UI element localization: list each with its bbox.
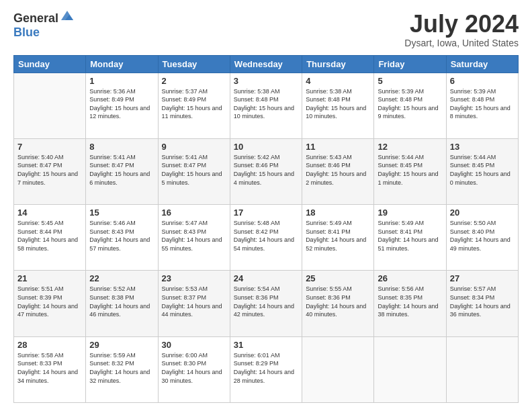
day-number: 2	[162, 76, 226, 86]
header-monday: Monday	[86, 55, 158, 73]
subtitle: Dysart, Iowa, United States	[404, 38, 519, 48]
day-info: Sunrise: 5:57 AM Sunset: 8:34 PM Dayligh…	[450, 285, 515, 318]
header-sunday: Sunday	[14, 55, 86, 73]
day-info: Sunrise: 5:37 AM Sunset: 8:49 PM Dayligh…	[162, 87, 226, 121]
day-number: 8	[89, 142, 154, 152]
calendar-week-row: 7Sunrise: 5:40 AM Sunset: 8:47 PM Daylig…	[14, 138, 519, 204]
table-row: 13Sunrise: 5:44 AM Sunset: 8:45 PM Dayli…	[446, 138, 518, 204]
table-row: 12Sunrise: 5:44 AM Sunset: 8:45 PM Dayli…	[374, 138, 446, 204]
table-row: 17Sunrise: 5:48 AM Sunset: 8:42 PM Dayli…	[230, 205, 302, 271]
day-info: Sunrise: 5:48 AM Sunset: 8:42 PM Dayligh…	[234, 219, 298, 253]
day-number: 5	[378, 76, 442, 86]
table-row	[446, 336, 518, 402]
day-info: Sunrise: 5:45 AM Sunset: 8:44 PM Dayligh…	[17, 219, 82, 253]
day-number: 27	[450, 273, 515, 283]
table-row: 20Sunrise: 5:50 AM Sunset: 8:40 PM Dayli…	[446, 205, 518, 271]
table-row: 2Sunrise: 5:37 AM Sunset: 8:49 PM Daylig…	[158, 73, 230, 138]
day-number: 4	[306, 76, 370, 86]
day-number: 24	[234, 273, 298, 283]
table-row: 14Sunrise: 5:45 AM Sunset: 8:44 PM Dayli…	[14, 205, 86, 271]
table-row: 4Sunrise: 5:38 AM Sunset: 8:48 PM Daylig…	[302, 73, 374, 138]
table-row: 3Sunrise: 5:38 AM Sunset: 8:48 PM Daylig…	[230, 73, 302, 138]
day-number: 19	[378, 208, 442, 218]
day-number: 15	[89, 208, 154, 218]
day-info: Sunrise: 5:53 AM Sunset: 8:37 PM Dayligh…	[162, 285, 226, 318]
day-info: Sunrise: 5:39 AM Sunset: 8:48 PM Dayligh…	[378, 87, 442, 121]
table-row	[302, 336, 374, 402]
day-info: Sunrise: 5:50 AM Sunset: 8:40 PM Dayligh…	[450, 219, 515, 253]
logo: General Blue	[13, 11, 75, 40]
calendar-week-row: 1Sunrise: 5:36 AM Sunset: 8:49 PM Daylig…	[14, 73, 519, 138]
table-row: 25Sunrise: 5:55 AM Sunset: 8:36 PM Dayli…	[302, 271, 374, 336]
day-info: Sunrise: 5:44 AM Sunset: 8:45 PM Dayligh…	[378, 153, 442, 187]
header: General Blue July 2024 Dysart, Iowa, Uni…	[13, 11, 519, 48]
day-info: Sunrise: 5:52 AM Sunset: 8:38 PM Dayligh…	[89, 285, 154, 318]
day-number: 12	[378, 142, 442, 152]
day-info: Sunrise: 5:51 AM Sunset: 8:39 PM Dayligh…	[17, 285, 82, 318]
day-number: 16	[162, 208, 226, 218]
table-row: 11Sunrise: 5:43 AM Sunset: 8:46 PM Dayli…	[302, 138, 374, 204]
day-info: Sunrise: 5:49 AM Sunset: 8:41 PM Dayligh…	[378, 219, 442, 253]
day-info: Sunrise: 5:56 AM Sunset: 8:35 PM Dayligh…	[378, 285, 442, 318]
day-info: Sunrise: 5:59 AM Sunset: 8:32 PM Dayligh…	[89, 351, 154, 385]
day-info: Sunrise: 5:38 AM Sunset: 8:48 PM Dayligh…	[306, 87, 370, 121]
table-row	[374, 336, 446, 402]
day-number: 23	[162, 273, 226, 283]
day-info: Sunrise: 6:00 AM Sunset: 8:30 PM Dayligh…	[162, 351, 226, 385]
day-info: Sunrise: 5:43 AM Sunset: 8:46 PM Dayligh…	[306, 153, 370, 187]
calendar-week-row: 28Sunrise: 5:58 AM Sunset: 8:33 PM Dayli…	[14, 336, 519, 402]
logo-icon	[60, 8, 75, 23]
day-number: 21	[17, 273, 82, 283]
day-info: Sunrise: 5:41 AM Sunset: 8:47 PM Dayligh…	[162, 153, 226, 187]
day-info: Sunrise: 5:36 AM Sunset: 8:49 PM Dayligh…	[89, 87, 154, 121]
table-row: 1Sunrise: 5:36 AM Sunset: 8:49 PM Daylig…	[86, 73, 158, 138]
day-number: 11	[306, 142, 370, 152]
table-row: 26Sunrise: 5:56 AM Sunset: 8:35 PM Dayli…	[374, 271, 446, 336]
day-info: Sunrise: 5:55 AM Sunset: 8:36 PM Dayligh…	[306, 285, 370, 318]
day-number: 28	[17, 340, 82, 350]
day-number: 9	[162, 142, 226, 152]
table-row: 6Sunrise: 5:39 AM Sunset: 8:48 PM Daylig…	[446, 73, 518, 138]
day-number: 18	[306, 208, 370, 218]
day-number: 29	[89, 340, 154, 350]
table-row: 24Sunrise: 5:54 AM Sunset: 8:36 PM Dayli…	[230, 271, 302, 336]
day-number: 31	[234, 340, 298, 350]
day-number: 6	[450, 76, 515, 86]
table-row: 29Sunrise: 5:59 AM Sunset: 8:32 PM Dayli…	[86, 336, 158, 402]
table-row: 27Sunrise: 5:57 AM Sunset: 8:34 PM Dayli…	[446, 271, 518, 336]
day-info: Sunrise: 5:58 AM Sunset: 8:33 PM Dayligh…	[17, 351, 82, 385]
day-info: Sunrise: 5:44 AM Sunset: 8:45 PM Dayligh…	[450, 153, 515, 187]
day-number: 1	[89, 76, 154, 86]
day-info: Sunrise: 5:47 AM Sunset: 8:43 PM Dayligh…	[162, 219, 226, 253]
day-number: 7	[17, 142, 82, 152]
day-info: Sunrise: 5:39 AM Sunset: 8:48 PM Dayligh…	[450, 87, 515, 121]
day-number: 22	[89, 273, 154, 283]
day-number: 14	[17, 208, 82, 218]
table-row: 21Sunrise: 5:51 AM Sunset: 8:39 PM Dayli…	[14, 271, 86, 336]
day-number: 13	[450, 142, 515, 152]
title-section: July 2024 Dysart, Iowa, United States	[404, 11, 519, 48]
table-row: 23Sunrise: 5:53 AM Sunset: 8:37 PM Dayli…	[158, 271, 230, 336]
header-wednesday: Wednesday	[230, 55, 302, 73]
table-row: 5Sunrise: 5:39 AM Sunset: 8:48 PM Daylig…	[374, 73, 446, 138]
table-row: 15Sunrise: 5:46 AM Sunset: 8:43 PM Dayli…	[86, 205, 158, 271]
main-title: July 2024	[404, 11, 519, 38]
table-row: 19Sunrise: 5:49 AM Sunset: 8:41 PM Dayli…	[374, 205, 446, 271]
day-info: Sunrise: 5:46 AM Sunset: 8:43 PM Dayligh…	[89, 219, 154, 253]
table-row: 8Sunrise: 5:41 AM Sunset: 8:47 PM Daylig…	[86, 138, 158, 204]
table-row: 16Sunrise: 5:47 AM Sunset: 8:43 PM Dayli…	[158, 205, 230, 271]
page: General Blue July 2024 Dysart, Iowa, Uni…	[0, 0, 532, 411]
calendar-week-row: 14Sunrise: 5:45 AM Sunset: 8:44 PM Dayli…	[14, 205, 519, 271]
day-info: Sunrise: 5:54 AM Sunset: 8:36 PM Dayligh…	[234, 285, 298, 318]
day-number: 20	[450, 208, 515, 218]
day-number: 3	[234, 76, 298, 86]
calendar-week-row: 21Sunrise: 5:51 AM Sunset: 8:39 PM Dayli…	[14, 271, 519, 336]
day-number: 17	[234, 208, 298, 218]
day-info: Sunrise: 5:42 AM Sunset: 8:46 PM Dayligh…	[234, 153, 298, 187]
table-row: 18Sunrise: 5:49 AM Sunset: 8:41 PM Dayli…	[302, 205, 374, 271]
calendar-table: Sunday Monday Tuesday Wednesday Thursday…	[13, 55, 519, 403]
day-number: 26	[378, 273, 442, 283]
table-row: 9Sunrise: 5:41 AM Sunset: 8:47 PM Daylig…	[158, 138, 230, 204]
table-row: 31Sunrise: 6:01 AM Sunset: 8:29 PM Dayli…	[230, 336, 302, 402]
day-number: 30	[162, 340, 226, 350]
